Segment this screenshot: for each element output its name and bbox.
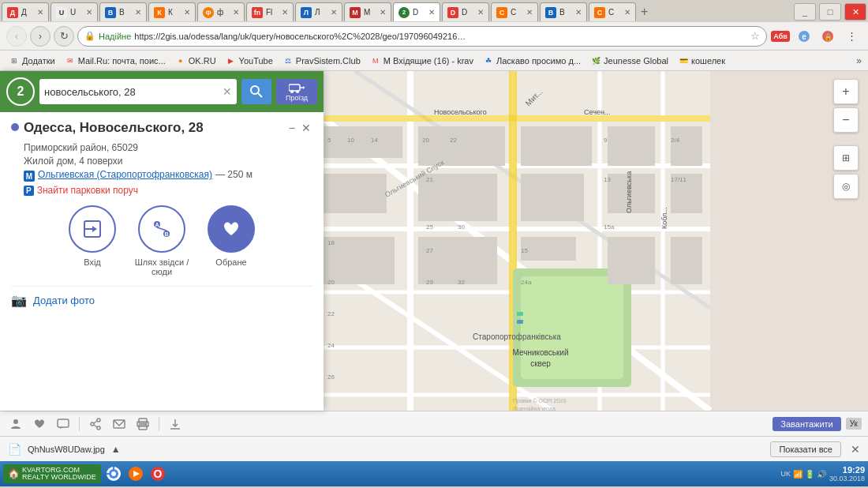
bookmark-lasko[interactable]: ☘ Ласкаво просимо д...: [481, 53, 583, 69]
proizd-button[interactable]: Проїзд: [276, 79, 317, 104]
search-input[interactable]: [44, 86, 219, 98]
tab-d2[interactable]: D D ✕: [442, 2, 489, 21]
parking-link[interactable]: P Знайти парковки поруч: [24, 185, 312, 196]
zoom-in-button[interactable]: +: [833, 79, 859, 104]
forward-button[interactable]: ›: [30, 26, 51, 47]
layers-button[interactable]: ⊞: [833, 145, 859, 171]
tool-print[interactable]: [133, 416, 152, 432]
bookmark-ok[interactable]: ● OK.RU: [173, 53, 219, 69]
abv-icon-button[interactable]: Абв: [770, 26, 791, 47]
back-button[interactable]: ‹: [6, 26, 27, 47]
tab-d1[interactable]: Д Д ✕: [2, 2, 49, 21]
tab-close-v1[interactable]: ✕: [135, 8, 141, 17]
opera-taskbar-icon[interactable]: O: [148, 464, 167, 483]
print-icon: [137, 418, 149, 430]
tool-download-arrow[interactable]: [166, 416, 185, 432]
tab-close-u1[interactable]: ✕: [86, 8, 92, 17]
tab-close-c1[interactable]: ✕: [526, 8, 533, 17]
reload-button[interactable]: ↻: [54, 26, 74, 47]
bookmark-addons[interactable]: ⊞ Додатки: [6, 53, 58, 69]
tab-close-d1[interactable]: ✕: [37, 8, 43, 17]
action-favorite[interactable]: Обране: [203, 205, 260, 276]
search-button[interactable]: [241, 79, 271, 104]
play-taskbar-icon[interactable]: [126, 464, 145, 483]
search-bar: 2 ✕ Проїзд: [0, 71, 324, 112]
tab-close-k1[interactable]: ✕: [184, 8, 190, 17]
add-photo-row[interactable]: 📷 Додати фото: [11, 286, 312, 314]
tab-close-m1[interactable]: ✕: [380, 8, 386, 17]
svg-rect-35: [671, 126, 702, 166]
tab-close-c2[interactable]: ✕: [624, 8, 630, 17]
extension-icon-1[interactable]: e: [794, 26, 814, 47]
menu-button[interactable]: ⋮: [841, 26, 862, 47]
bookmark-star-icon[interactable]: ☆: [750, 30, 760, 42]
svg-text:9: 9: [604, 137, 608, 144]
tab-close-l1[interactable]: ✕: [331, 8, 337, 17]
svg-rect-73: [517, 312, 523, 316]
tab-m1[interactable]: М М ✕: [344, 2, 391, 21]
tool-email[interactable]: [110, 416, 129, 432]
bookmark-mail[interactable]: ✉ Mail.Ru: почта, поис...: [62, 53, 168, 69]
result-header: Одесса, Новосельского, 28 − ✕: [11, 120, 312, 136]
tab-2gis1[interactable]: 2 D ✕: [393, 2, 440, 21]
tab-title-2gis1: D: [413, 8, 418, 17]
search-clear-icon[interactable]: ✕: [223, 85, 232, 98]
minimize-button[interactable]: _: [794, 3, 816, 21]
bookmark-koshe[interactable]: 💳 кошелек: [675, 53, 728, 69]
uk-badge: Ук: [846, 418, 862, 430]
download-bar-close-icon[interactable]: ✕: [851, 443, 860, 456]
more-bookmarks-button[interactable]: »: [856, 55, 862, 66]
bookmark-prav[interactable]: ⚖ PravSistem.Club: [280, 53, 363, 69]
maximize-button[interactable]: □: [819, 3, 841, 21]
bookmark-youtube[interactable]: ▶ YouTube: [223, 53, 275, 69]
tab-c1[interactable]: C C ✕: [491, 2, 538, 21]
metro-link[interactable]: Ольгиевская (Старопортофранковская): [38, 169, 212, 180]
tab-v1[interactable]: В В ✕: [99, 2, 147, 21]
action-entrance[interactable]: Вхід: [64, 205, 121, 276]
zoom-out-button[interactable]: −: [833, 107, 859, 133]
tab-u1[interactable]: U U ✕: [51, 2, 98, 21]
address-bar[interactable]: 🔒 Надійне https://2gis.ua/odessa/lang/uk…: [77, 26, 767, 47]
extension-icon-2[interactable]: 🔒: [817, 26, 838, 47]
tab-fn1[interactable]: fn Fl ✕: [246, 2, 294, 21]
tab-title-v1: В: [119, 8, 125, 17]
bookmark-gmail-label: M Вхідящие (16) - krav: [383, 56, 473, 66]
tab-close-d2[interactable]: ✕: [477, 8, 484, 17]
tab-ok1[interactable]: ф ф ✕: [197, 2, 245, 21]
bookmark-ok-icon: ●: [175, 55, 186, 66]
close-panel-button[interactable]: ✕: [300, 120, 312, 136]
favorite-icon: [220, 218, 242, 240]
show-all-downloads-button[interactable]: Показати все: [770, 441, 841, 457]
tab-k1[interactable]: К К ✕: [148, 2, 196, 21]
chrome-taskbar-icon[interactable]: [104, 464, 123, 483]
bookmark-jeun[interactable]: 🌿 Jeunesse Global: [588, 53, 671, 69]
result-title-wrap: Одесса, Новосельского, 28: [11, 120, 204, 136]
new-tab-button[interactable]: +: [638, 5, 651, 19]
svg-text:26: 26: [327, 374, 335, 381]
start-button[interactable]: 🏠 KVARTORG.COM REALTY WORLDWIDE: [3, 464, 101, 483]
minimize-panel-button[interactable]: −: [287, 120, 297, 136]
svg-point-75: [251, 86, 259, 94]
tab-close-ok1[interactable]: ✕: [233, 8, 239, 17]
tool-chat[interactable]: [54, 416, 73, 432]
tab-title-c2: С: [608, 8, 614, 17]
tab-l1[interactable]: Л Л ✕: [295, 2, 342, 21]
tab-b1[interactable]: В В ✕: [540, 2, 587, 21]
tab-c2[interactable]: С С ✕: [589, 2, 636, 21]
svg-point-107: [111, 471, 116, 476]
compass-button[interactable]: ◎: [833, 174, 859, 199]
extension-svg-2: 🔒: [821, 30, 834, 43]
action-route[interactable]: A B Шлях звідси / сюди: [133, 205, 190, 276]
download-icon: [169, 418, 181, 430]
tool-heart[interactable]: [30, 416, 49, 432]
tool-share[interactable]: [86, 416, 105, 432]
tab-close-fn1[interactable]: ✕: [282, 8, 288, 17]
close-button[interactable]: ✕: [844, 3, 866, 21]
tool-person[interactable]: [6, 416, 25, 432]
zavant-button[interactable]: Завантажити: [773, 417, 840, 431]
bookmark-gmail[interactable]: M M Вхідящие (16) - krav: [368, 53, 476, 69]
tab-close-b1[interactable]: ✕: [575, 8, 582, 17]
svg-text:Старопортофранківська: Старопортофранківська: [473, 332, 561, 341]
download-expand-icon[interactable]: ▲: [111, 444, 121, 455]
tab-close-2gis1[interactable]: ✕: [428, 8, 435, 17]
